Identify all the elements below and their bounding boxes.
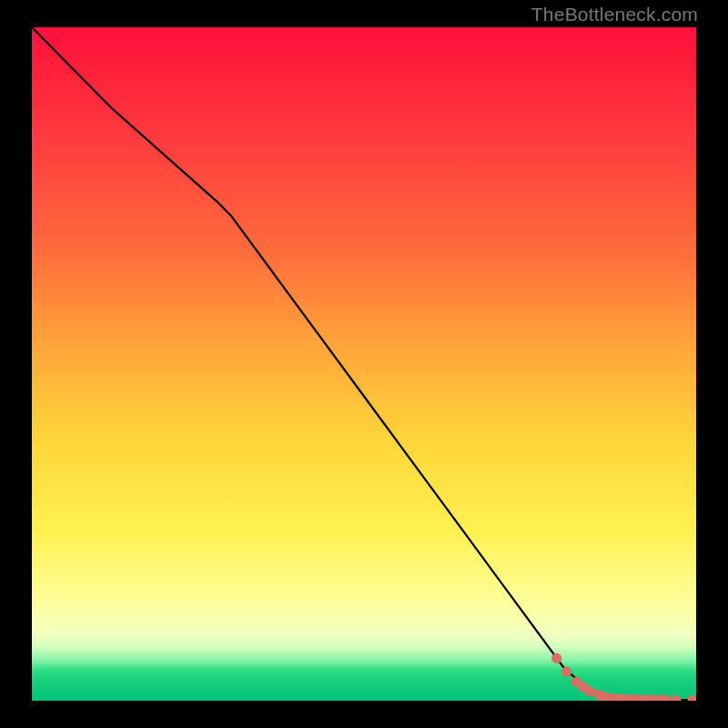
- chart-stage: TheBottleneck.com: [0, 0, 728, 728]
- watermark-text: TheBottleneck.com: [531, 4, 698, 25]
- bottleneck-curve-path: [32, 27, 696, 700]
- marker-dot: [662, 695, 672, 701]
- marker-dot: [688, 695, 696, 701]
- chart-svg-layer: [32, 27, 696, 701]
- plot-area: [32, 27, 696, 701]
- bottleneck-curve-line: [32, 27, 696, 700]
- marker-dot: [551, 653, 561, 663]
- marker-dot: [561, 667, 571, 677]
- marker-dot: [672, 695, 682, 701]
